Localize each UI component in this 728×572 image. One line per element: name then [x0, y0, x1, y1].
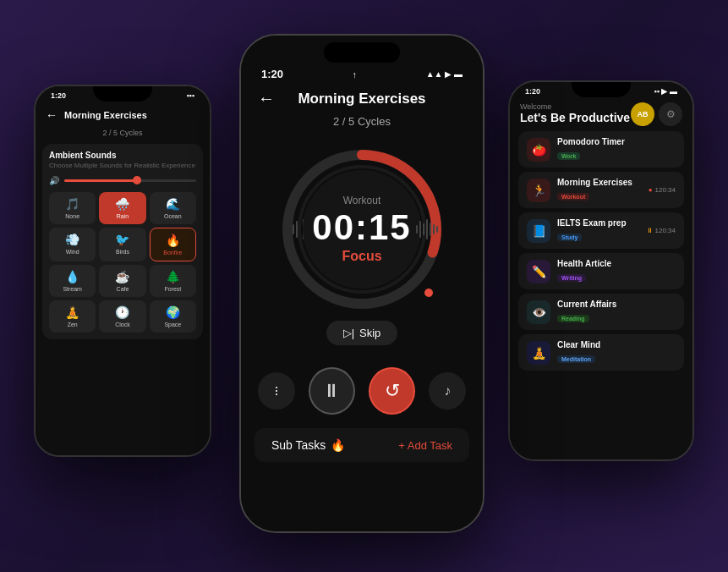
subtasks-section: Sub Tasks 🔥 + Add Task: [255, 428, 469, 462]
ielts-icon: 📘: [532, 224, 546, 238]
clearmind-icon-box: 🧘: [527, 341, 550, 365]
flame-icon: 🔥: [331, 438, 345, 452]
avatar-button[interactable]: AB: [631, 102, 654, 126]
wind-icon: 💨: [65, 233, 79, 246]
wave-bar-r6: [433, 224, 435, 234]
reset-button[interactable]: ↺: [369, 367, 415, 415]
left-back-btn[interactable]: ←: [46, 108, 57, 122]
none-icon: 🎵: [65, 197, 79, 211]
sound-grid: 🎵 None 🌧️ Rain 🌊 Ocean 💨 Wind 🐦 B: [49, 192, 196, 333]
focus-label: Focus: [312, 249, 411, 264]
settings-button[interactable]: ⚙: [659, 102, 682, 126]
skip-icon: ▷|: [343, 327, 354, 339]
sound-panel-title: Ambient Sounds: [49, 151, 196, 160]
sound-rain[interactable]: 🌧️ Rain: [99, 192, 145, 224]
ielts-name: IELTS Exam prep: [557, 218, 639, 228]
filter-button[interactable]: ⫶: [258, 372, 295, 410]
center-phone-content: 1:20 ↑ ▲▲ ▶ ▬ ← Morning Exercises 2 / 5 …: [241, 36, 483, 531]
sound-panel: Ambient Sounds Choose Multiple Sounds fo…: [42, 144, 203, 339]
filter-icon: ⫶: [273, 383, 280, 399]
stream-label: Stream: [63, 286, 82, 292]
ielts-timer-dot: ⏸: [646, 227, 653, 234]
task-item-current[interactable]: 👁️ Current Affairs Reading: [518, 294, 684, 330]
volume-row: 🔊: [49, 176, 196, 185]
sound-wind[interactable]: 💨 Wind: [49, 228, 96, 261]
wind-label: Wind: [66, 249, 79, 255]
wave-bar-r2: [419, 221, 421, 238]
sound-forest[interactable]: 🌲 Forest: [150, 265, 196, 297]
task-item-ielts[interactable]: 📘 IELTS Exam prep Study ⏸ 120:34: [518, 212, 684, 249]
wave-bar-r5: [430, 223, 431, 236]
ielts-timer: ⏸ 120:34: [646, 227, 676, 234]
task-item-clearmind[interactable]: 🧘 Clear Mind Meditation: [518, 334, 684, 371]
ielts-tag: Study: [557, 234, 582, 241]
volume-icon: 🔊: [49, 176, 59, 185]
current-icon: 👁️: [532, 305, 546, 319]
pomodoro-icon-box: 🍅: [527, 138, 550, 162]
left-phone: 1:20 ▪▪▪ ← Morning Exercises 2 / 5 Cycle…: [34, 85, 211, 457]
volume-bar[interactable]: [64, 179, 196, 182]
birds-label: Birds: [116, 249, 129, 255]
birds-icon: 🐦: [115, 233, 129, 246]
clearmind-name: Clear Mind: [557, 340, 676, 349]
center-status-icons: ▲▲ ▶ ▬: [426, 69, 463, 79]
add-task-button[interactable]: + Add Task: [398, 439, 452, 452]
morning-timer-dot: ●: [649, 186, 653, 194]
morning-tag: Workout: [557, 193, 589, 201]
sound-bonfire[interactable]: 🔥 Bonfire: [150, 228, 196, 261]
none-label: None: [65, 213, 79, 219]
sound-panel-sub: Choose Multiple Sounds for Realistic Exp…: [49, 162, 196, 169]
sound-zen[interactable]: 🧘 Zen: [49, 300, 96, 333]
center-phone: 1:20 ↑ ▲▲ ▶ ▬ ← Morning Exercises 2 / 5 …: [239, 34, 484, 533]
forest-label: Forest: [164, 286, 181, 292]
music-button[interactable]: ♪: [429, 372, 466, 410]
sound-space[interactable]: 🌍 Space: [150, 300, 196, 333]
health-name: Health Article: [557, 259, 676, 268]
center-header: ← Morning Exercises: [241, 85, 483, 115]
volume-thumb: [133, 176, 141, 184]
right-phone: 1:20 ▪▪ ▶ ▬ Welcome Let's Be Productive …: [508, 80, 694, 461]
left-status-icons: ▪▪▪: [186, 91, 194, 100]
right-time: 1:20: [525, 87, 540, 96]
left-time: 1:20: [51, 91, 66, 100]
task-item-health[interactable]: ✏️ Health Article Writing: [518, 253, 684, 289]
dynamic-island: [324, 42, 400, 63]
cycles-text: 2 / 5 Cycles: [241, 115, 483, 128]
sound-cafe[interactable]: ☕ Cafe: [99, 265, 145, 297]
skip-button[interactable]: ▷| Skip: [326, 321, 398, 345]
reset-icon: ↺: [385, 380, 400, 402]
stream-icon: 💧: [65, 270, 79, 283]
timer-ring: Workout 00:15 Focus: [277, 145, 446, 314]
cafe-label: Cafe: [117, 286, 129, 292]
ielts-icon-box: 📘: [527, 219, 550, 243]
sound-none[interactable]: 🎵 None: [49, 192, 96, 224]
clock-label: Clock: [115, 322, 130, 327]
sound-ocean[interactable]: 🌊 Ocean: [150, 192, 196, 224]
center-time: 1:20: [261, 68, 283, 80]
morning-icon-box: 🏃: [527, 179, 550, 202]
task-list: 🍅 Pomodoro Timer Work 🏃 Morning Exercise…: [510, 131, 692, 459]
center-arrow: ↑: [353, 69, 358, 80]
pause-icon: ⏸: [322, 380, 341, 402]
clearmind-info: Clear Mind Meditation: [557, 340, 676, 365]
sound-stream[interactable]: 💧 Stream: [49, 265, 96, 297]
left-phone-title: Morning Exercises: [64, 110, 147, 120]
sound-birds[interactable]: 🐦 Birds: [99, 228, 145, 261]
bonfire-label: Bonfire: [163, 250, 182, 256]
task-item-pomodoro[interactable]: 🍅 Pomodoro Timer Work: [518, 131, 684, 168]
current-name: Current Affairs: [557, 300, 676, 309]
workout-label: Workout: [312, 195, 411, 206]
center-back-btn[interactable]: ←: [258, 89, 275, 108]
volume-fill: [64, 179, 137, 182]
center-signal: ▲▲ ▶ ▬: [426, 69, 463, 79]
task-item-morning[interactable]: 🏃 Morning Exercises Workout ● 120:34: [518, 172, 684, 208]
pause-button[interactable]: ⏸: [309, 367, 355, 415]
welcome-text: Welcome: [520, 102, 630, 111]
health-tag: Writing: [557, 274, 586, 282]
ielts-timer-val: 120:34: [655, 227, 676, 234]
sound-clock[interactable]: 🕐 Clock: [99, 300, 145, 333]
rain-label: Rain: [117, 213, 129, 219]
morning-info: Morning Exercises Workout: [557, 178, 642, 202]
right-notch: [572, 82, 631, 97]
pomodoro-name: Pomodoro Timer: [557, 137, 676, 146]
